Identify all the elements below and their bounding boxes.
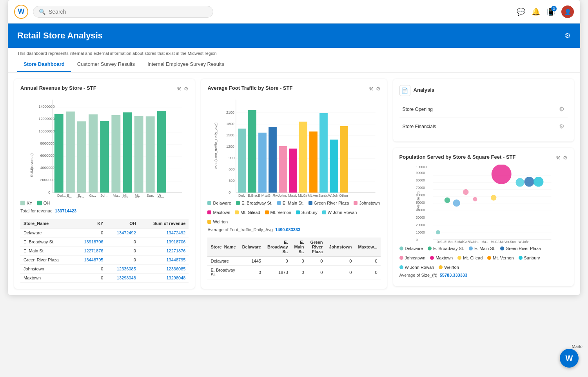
foot-traffic-controls[interactable]: ⚒ ⚙ — [369, 86, 381, 92]
gear-icon-pop[interactable]: ⚙ — [563, 155, 568, 161]
svg-rect-73 — [299, 122, 308, 193]
svg-rect-77 — [320, 113, 328, 193]
legend-ky: KY — [20, 201, 33, 205]
bell-icon[interactable]: 🔔 — [532, 7, 540, 16]
ft-col-emain: E. Main St. — [291, 237, 307, 257]
settings-icon[interactable]: ⚙ — [564, 31, 571, 40]
table-row: E. Main St.12271876012271876 — [20, 246, 189, 256]
svg-rect-75 — [310, 132, 318, 193]
ft-col-delaware: Delaware — [239, 237, 264, 257]
svg-text:Del.: Del. — [239, 194, 245, 198]
foot-traffic-chart: 0 300 600 900 1200 1500 1800 2100 — [207, 96, 380, 198]
analysis-icon: 📄 — [399, 85, 410, 96]
legend-mtgilead-ft: Mt. Gilead — [235, 210, 260, 215]
svg-text:100000: 100000 — [416, 165, 427, 169]
svg-rect-25 — [89, 114, 98, 193]
svg-text:900: 900 — [229, 156, 235, 160]
search-box[interactable]: 🔍 — [33, 6, 213, 18]
filter-icon-pop[interactable]: ⚒ — [556, 155, 561, 161]
ft-col-greenriver: Green River Plaza — [307, 237, 326, 257]
svg-text:0: 0 — [229, 190, 231, 194]
svg-text:E.Bro.: E.Bro. — [248, 194, 258, 198]
annual-revenue-title: Annual Revenue by Store - STF — [20, 85, 96, 91]
annual-revenue-header: Annual Revenue by Store - STF ⚒ ⚙ — [20, 85, 189, 92]
svg-text:W.Joh: W.Joh — [328, 194, 338, 198]
chat-icon[interactable]: 💬 — [517, 7, 525, 16]
svg-rect-27 — [100, 121, 109, 192]
svg-point-112 — [491, 165, 511, 184]
svg-point-110 — [463, 189, 469, 195]
svg-rect-65 — [259, 133, 267, 193]
table-row: Johnstown01233608512336085 — [20, 265, 189, 274]
svg-text:0: 0 — [48, 190, 50, 194]
legend-wjohnrowan-ft: W John Rowan — [322, 210, 357, 215]
avg-size-summary: Average of Size_(ft) 55783.333333 — [399, 273, 568, 277]
svg-rect-61 — [238, 129, 247, 192]
tab-customer-survey[interactable]: Customer Survey Results — [71, 57, 141, 72]
table-row: Delaware144500000 — [207, 257, 380, 266]
svg-text:SUM(revenue): SUM(revenue) — [30, 153, 34, 177]
svg-text:Main: Main — [76, 196, 84, 198]
svg-text:Joh..: Joh.. — [100, 194, 108, 198]
page-title: Retail Store Analysis — [17, 31, 103, 41]
app-logo[interactable]: W — [14, 5, 28, 19]
legend-johnstown-pop: Johnstown — [399, 256, 426, 260]
legend-mtgilead-pop: Mt. Gilead — [457, 256, 483, 260]
svg-text:AVG(Foot_traffic_Daily_Avg): AVG(Foot_traffic_Daily_Avg) — [214, 122, 218, 169]
legend-delaware-ft: Delaware — [207, 201, 231, 205]
expand-icon-store-opening[interactable]: ⚙ — [559, 105, 564, 113]
table-row: Maxtown01329804813298048 — [20, 274, 189, 283]
svg-rect-22 — [77, 121, 86, 193]
svg-text:Gr.Riv: Gr.Riv — [268, 194, 278, 198]
annual-revenue-controls[interactable]: ⚒ ⚙ — [177, 86, 189, 92]
right-column: 📄 Analysis Store Opening ⚙ Store Financi… — [393, 79, 574, 289]
svg-text:10000: 10000 — [416, 231, 425, 234]
svg-point-113 — [490, 195, 496, 201]
inbox-icon[interactable]: 📳 3 — [546, 7, 555, 16]
analysis-title: Analysis — [414, 87, 434, 93]
svg-rect-69 — [279, 146, 287, 193]
svg-rect-37 — [146, 116, 155, 192]
svg-point-116 — [534, 177, 543, 187]
annual-revenue-table: Store_Name KY OH Sum of revenue Delaware… — [20, 219, 189, 283]
search-icon: 🔍 — [39, 9, 45, 15]
svg-text:Mt.Gil.: Mt.Gil. — [490, 240, 500, 243]
legend-ebroadway-ft: E. Broadway St. — [236, 201, 272, 205]
workday-fab[interactable]: W — [560, 349, 579, 368]
col-ky: KY — [74, 219, 106, 228]
tab-internal-employee-survey[interactable]: Internal Employee Survey Results — [141, 57, 230, 72]
gear-icon-ft[interactable]: ⚙ — [376, 86, 381, 92]
avatar[interactable]: 👤 — [561, 5, 574, 18]
annual-revenue-card: Annual Revenue by Store - STF ⚒ ⚙ 0 2000… — [14, 79, 195, 289]
analysis-store-financials[interactable]: Store Financials ⚙ — [399, 118, 568, 135]
filter-icon[interactable]: ⚒ — [177, 86, 181, 92]
svg-text:20000: 20000 — [416, 223, 425, 227]
population-header: Population Served by Store & Square Feet… — [399, 154, 568, 161]
population-controls[interactable]: ⚒ ⚙ — [556, 155, 568, 161]
foot-traffic-table-wrap: Store_Name Delaware E. Broadway St. E. M… — [207, 234, 380, 279]
gear-icon-chart1[interactable]: ⚙ — [184, 86, 189, 92]
table-row: E. Broadway St.13918706013918706 — [20, 237, 189, 246]
annual-revenue-chart: 0 2000000 4000000 6000000 8000000 100000… — [20, 96, 189, 198]
svg-text:1800: 1800 — [226, 122, 234, 126]
svg-point-115 — [524, 177, 534, 187]
svg-rect-79 — [330, 140, 338, 192]
legend-greenriver-ft: Green River Plaza — [309, 201, 349, 205]
population-legend: Delaware E. Broadway St. E. Main St. Gre… — [399, 246, 568, 270]
svg-text:Del...: Del... — [436, 240, 444, 243]
svg-text:Ma..: Ma.. — [481, 240, 488, 243]
svg-text:Sun.: Sun. — [510, 240, 517, 243]
tab-store-dashboard[interactable]: Store Dashboard — [17, 57, 71, 72]
svg-rect-39 — [157, 111, 166, 193]
filter-icon-ft[interactable]: ⚒ — [369, 86, 374, 92]
legend-emain-pop: E. Main St. — [469, 246, 495, 251]
analysis-store-opening[interactable]: Store Opening ⚙ — [399, 101, 568, 118]
population-scatter-chart: 0 10000 20000 30000 40000 50000 60000 70… — [399, 165, 568, 243]
svg-rect-71 — [289, 149, 298, 192]
search-input[interactable] — [49, 9, 207, 15]
svg-text:Maxt.: Maxt. — [288, 194, 297, 198]
expand-icon-store-financials[interactable]: ⚙ — [559, 123, 564, 130]
svg-text:2100: 2100 — [226, 111, 234, 114]
foot-traffic-card: Average Foot Traffic by Store - STF ⚒ ⚙ … — [201, 79, 387, 289]
legend-greenriver-pop: Green River Plaza — [500, 246, 541, 251]
